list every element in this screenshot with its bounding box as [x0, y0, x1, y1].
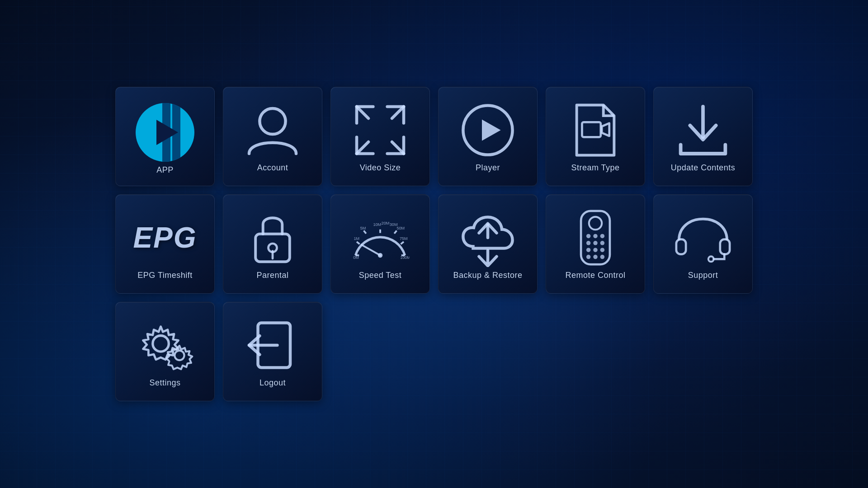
tile-parental[interactable]: Parental — [223, 194, 322, 294]
svg-line-18 — [357, 242, 360, 244]
tile-parental-label: Parental — [253, 271, 292, 280]
svg-text:100M: 100M — [400, 255, 410, 259]
svg-line-19 — [364, 230, 366, 234]
tile-app[interactable]: APP — [115, 87, 215, 186]
video-size-icon — [351, 101, 410, 160]
stream-type-icon — [566, 101, 625, 160]
svg-text:10M: 10M — [373, 222, 381, 227]
svg-point-46 — [593, 248, 597, 252]
svg-text:20M: 20M — [382, 221, 390, 225]
svg-rect-52 — [720, 239, 730, 254]
update-contents-icon — [674, 101, 732, 160]
tile-stream-type-label: Stream Type — [567, 163, 623, 173]
svg-marker-12 — [602, 123, 609, 136]
epg-timeshift-icon: EPG — [136, 208, 194, 267]
tile-account-label: Account — [254, 163, 292, 173]
svg-text:1M: 1M — [354, 236, 360, 241]
app-logo-icon — [136, 103, 194, 162]
tile-backup-restore-label: Backup & Restore — [449, 271, 526, 280]
tile-stream-type[interactable]: Stream Type — [546, 87, 645, 186]
tile-remote-control[interactable]: Remote Control — [546, 194, 645, 294]
svg-line-33 — [361, 244, 380, 255]
tile-video-size-label: Video Size — [356, 163, 405, 173]
svg-line-21 — [394, 230, 396, 234]
svg-point-44 — [600, 241, 604, 245]
svg-point-47 — [600, 248, 604, 252]
settings-icon — [136, 316, 194, 375]
tile-support[interactable]: Support — [653, 194, 753, 294]
tile-speed-test-label: Speed Test — [355, 271, 406, 280]
svg-point-38 — [589, 216, 602, 229]
svg-point-55 — [175, 350, 184, 360]
svg-text:5M: 5M — [360, 225, 366, 230]
tile-player-label: Player — [472, 163, 504, 173]
tile-account[interactable]: Account — [223, 87, 322, 186]
tile-update-contents-label: Update Contents — [667, 163, 739, 173]
backup-restore-icon — [458, 208, 517, 267]
svg-rect-51 — [676, 239, 686, 254]
remote-control-icon — [566, 208, 625, 267]
parental-icon — [243, 208, 302, 267]
tile-settings[interactable]: Settings — [115, 302, 215, 401]
svg-point-54 — [153, 335, 169, 351]
svg-point-49 — [593, 254, 597, 258]
tile-settings-label: Settings — [146, 378, 184, 388]
svg-point-45 — [586, 248, 590, 252]
svg-point-53 — [708, 256, 714, 262]
svg-point-43 — [593, 241, 597, 245]
account-icon — [243, 101, 302, 160]
tile-epg-timeshift-label: EPG Timeshift — [134, 271, 196, 280]
svg-text:75M: 75M — [400, 236, 408, 241]
svg-text:0M: 0M — [353, 255, 359, 259]
svg-point-50 — [600, 254, 604, 258]
svg-marker-10 — [482, 119, 501, 141]
tile-support-label: Support — [684, 271, 722, 280]
tile-app-label: APP — [153, 165, 177, 175]
svg-point-41 — [600, 234, 604, 238]
tile-player[interactable]: Player — [438, 87, 538, 186]
svg-point-40 — [593, 234, 597, 238]
support-icon — [674, 208, 732, 267]
tile-update-contents[interactable]: Update Contents — [653, 87, 753, 186]
svg-point-39 — [586, 234, 590, 238]
tile-remote-control-label: Remote Control — [561, 271, 629, 280]
svg-rect-11 — [582, 122, 600, 137]
tile-logout-label: Logout — [256, 378, 289, 388]
speed-test-icon: 0M 1M 5M 10M 20M 30M 50M 75M 100M — [351, 208, 410, 267]
svg-point-42 — [586, 241, 590, 245]
tile-speed-test[interactable]: 0M 1M 5M 10M 20M 30M 50M 75M 100M Speed … — [330, 194, 430, 294]
tile-video-size[interactable]: Video Size — [330, 87, 430, 186]
svg-point-0 — [259, 108, 285, 134]
player-icon — [458, 101, 517, 160]
tile-logout[interactable]: Logout — [223, 302, 322, 401]
svg-line-22 — [401, 242, 404, 244]
logout-icon — [243, 316, 302, 375]
tile-backup-restore[interactable]: Backup & Restore — [438, 194, 538, 294]
svg-point-48 — [586, 254, 590, 258]
svg-point-34 — [378, 253, 382, 257]
svg-text:50M: 50M — [396, 225, 405, 230]
settings-grid: APP Account — [106, 78, 762, 410]
tile-epg-timeshift[interactable]: EPG EPG Timeshift — [115, 194, 215, 294]
